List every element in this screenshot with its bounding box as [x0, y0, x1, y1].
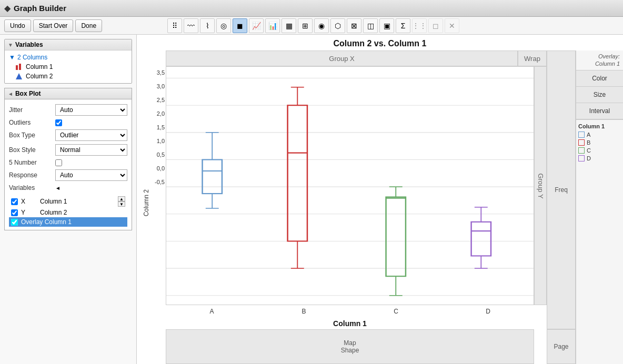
overlay-value: Overlay Column 1 — [21, 218, 72, 226]
legend-box-a — [578, 132, 585, 138]
color-button[interactable]: Color — [576, 70, 623, 87]
variables-row-header: Variables ◄ — [9, 183, 127, 193]
outliers-checkbox[interactable] — [55, 119, 62, 126]
x-up-arrow[interactable]: ▲ — [118, 196, 125, 201]
group-y-label: Group Y — [534, 66, 547, 305]
toolbar-icon-9[interactable]: ⊞ — [298, 18, 313, 33]
legend-item-b: B — [578, 139, 621, 146]
boxtype-row: Box Type Outlier Quantile — [9, 128, 127, 143]
response-select[interactable]: Auto Manual — [55, 169, 127, 181]
undo-button[interactable]: Undo — [4, 19, 31, 32]
group-y-text: Group Y — [537, 173, 545, 198]
legend-box-b — [578, 139, 585, 146]
toolbar-icon-8[interactable]: ▦ — [282, 18, 296, 33]
x-tick-a: A — [166, 308, 258, 315]
variables-section: ▼ Variables ▼ 2 Columns Column 1 — [4, 39, 132, 84]
legend-item-c: C — [578, 147, 621, 154]
toolbar-icon-11[interactable]: ⬡ — [330, 18, 345, 33]
chart-title: Column 2 vs. Column 1 — [137, 35, 623, 50]
column-group[interactable]: ▼ 2 Columns — [7, 53, 129, 62]
y-tick-10: 1,0 — [157, 138, 165, 144]
x-tick-b: B — [258, 308, 350, 315]
fivenumber-checkbox[interactable] — [55, 159, 62, 166]
toolbar-icon-6[interactable]: 📈 — [249, 18, 264, 33]
page-label: Page — [547, 329, 576, 364]
column-group-label: 2 Columns — [17, 54, 47, 61]
svg-rect-20 — [288, 105, 307, 241]
variables-title: Variables — [15, 41, 43, 48]
y-tick-15: 1,5 — [157, 124, 165, 130]
jitter-row: Jitter Auto On Off — [9, 103, 127, 117]
y-tick-05: 0,5 — [157, 151, 165, 158]
overlay-checkbox[interactable] — [11, 219, 18, 226]
x-checkbox[interactable] — [11, 198, 18, 205]
legend-label-d: D — [587, 155, 591, 161]
map-shape-label: Map Shape — [166, 329, 534, 364]
boxtype-select[interactable]: Outlier Quantile — [55, 129, 127, 141]
size-button[interactable]: Size — [576, 87, 623, 103]
toolbar-icon-5[interactable]: ◼ — [233, 18, 247, 33]
jitter-label: Jitter — [9, 106, 51, 114]
toolbar-icon-13[interactable]: ◫ — [363, 18, 378, 33]
fivenumber-label: 5 Number — [9, 159, 51, 166]
toolbar-icon-18[interactable]: ✕ — [445, 18, 459, 33]
right-sidebar: Overlay: Column 1 Color Size Interval Co… — [576, 50, 623, 364]
y-tick-25: 2,5 — [157, 97, 165, 103]
boxtype-label: Box Type — [9, 132, 51, 139]
left-panel: ▼ Variables ▼ 2 Columns Column 1 — [0, 35, 137, 364]
legend-box-d — [578, 155, 585, 161]
column1-name: Column 1 — [26, 63, 53, 70]
toolbar-icon-4[interactable]: ◎ — [216, 18, 231, 33]
column-item-1[interactable]: Column 1 — [7, 62, 129, 72]
svg-rect-32 — [471, 222, 491, 256]
toolbar-icon-2[interactable]: 〰 — [184, 18, 198, 33]
variables-collapse-icon[interactable]: ▼ — [8, 42, 13, 48]
y-label: Y — [21, 209, 37, 216]
column-item-2[interactable]: Column 2 — [7, 72, 129, 81]
x-var-row: X Column 1 ▲ ▼ — [9, 195, 127, 208]
start-over-button[interactable]: Start Over — [33, 19, 74, 32]
x-tick-d: D — [442, 308, 534, 315]
x-down-arrow[interactable]: ▼ — [118, 201, 125, 207]
toolbar-icon-15[interactable]: Σ — [396, 18, 410, 33]
y-axis-label: Column 2 — [143, 189, 150, 216]
x-label: X — [21, 198, 37, 205]
y-tick-neg05: -0,5 — [155, 179, 165, 185]
freq-label: Freq — [547, 50, 576, 329]
variables-collapse-arrow: ◄ — [55, 185, 61, 191]
variables-header: ▼ Variables — [5, 39, 132, 50]
right-panel: Column 2 vs. Column 1 Group X Wrap Colum… — [137, 35, 623, 364]
toolbar-icon-group: ⠿ 〰 ⌇ ◎ ◼ 📈 📊 ▦ ⊞ ◉ ⬡ ⊠ ◫ ▣ Σ ⋮⋮ ◻ ✕ — [167, 18, 459, 33]
outliers-label: Outliers — [9, 119, 51, 126]
app-title: Graph Builder — [14, 4, 619, 13]
legend-label-c: C — [587, 147, 591, 154]
toolbar-icon-16[interactable]: ⋮⋮ — [412, 18, 427, 33]
toolbar-icon-12[interactable]: ⊠ — [347, 18, 361, 33]
column2-icon — [15, 73, 23, 80]
toolbar-icon-3[interactable]: ⌇ — [200, 18, 215, 33]
toolbar-icon-1[interactable]: ⠿ — [167, 18, 182, 33]
x-arrows: ▲ ▼ — [118, 196, 125, 207]
boxplot-title: Box Plot — [15, 90, 41, 97]
chart-plot — [166, 66, 534, 305]
legend-item-d: D — [578, 155, 621, 161]
toolbar-icon-14[interactable]: ▣ — [379, 18, 394, 33]
svg-rect-1 — [19, 64, 21, 70]
variables-body: ▼ 2 Columns Column 1 — [5, 50, 132, 83]
done-button[interactable]: Done — [75, 19, 102, 32]
group-x-label: Group X — [166, 50, 518, 66]
toolbar-icon-10[interactable]: ◉ — [314, 18, 329, 33]
interval-button[interactable]: Interval — [576, 103, 623, 119]
overlay-var-row[interactable]: Overlay Column 1 — [9, 217, 127, 227]
boxstyle-select[interactable]: Normal Notched — [55, 144, 127, 156]
column1-icon — [15, 63, 23, 70]
jitter-select[interactable]: Auto On Off — [55, 104, 127, 116]
y-tick-00: 0,0 — [157, 165, 165, 171]
y-var-row: Y Column 2 — [9, 208, 127, 217]
y-checkbox[interactable] — [11, 209, 18, 216]
x-axis-label: Column 1 — [166, 319, 534, 328]
toolbar-icon-17[interactable]: ◻ — [428, 18, 443, 33]
boxplot-header[interactable]: ◄ Box Plot — [4, 88, 132, 99]
response-row: Response Auto Manual — [9, 168, 127, 183]
toolbar-icon-7[interactable]: 📊 — [265, 18, 280, 33]
